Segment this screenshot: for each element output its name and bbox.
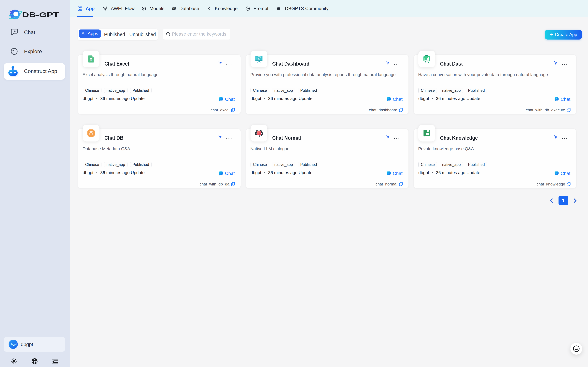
svg-text:SQL: SQL (173, 8, 175, 9)
svg-text:DB-GPT: DB-GPT (22, 11, 59, 19)
